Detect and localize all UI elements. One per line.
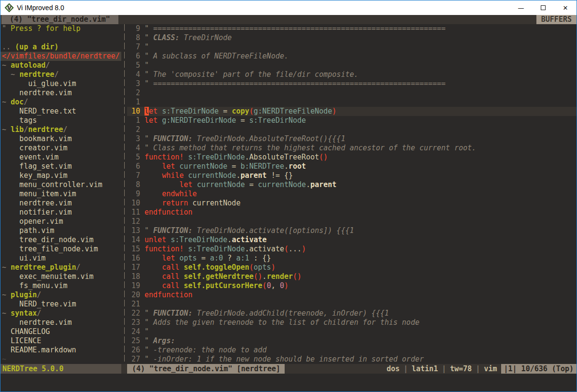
code-line[interactable]: 8" CLASS: TreeDirNode bbox=[127, 33, 577, 43]
tree-dir-nerdtree-plugin[interactable]: ~ nerdtree_plugin/ bbox=[2, 263, 121, 272]
tree-file[interactable]: nerdtree.vim bbox=[2, 199, 121, 208]
tree-file[interactable]: tree_file_node.vim bbox=[2, 245, 121, 254]
code-line[interactable]: 11endfunction bbox=[127, 208, 577, 217]
editor-panel[interactable]: 9" =====================================… bbox=[127, 24, 577, 364]
code-line[interactable]: 25" Args: bbox=[127, 336, 577, 346]
tree-empty-tilde[interactable]: ~ bbox=[2, 355, 121, 364]
code-line[interactable]: 17 call self.toggleOpen(opts) bbox=[127, 263, 577, 272]
code-line[interactable]: 2 bbox=[127, 125, 577, 134]
line-number: 18 bbox=[127, 272, 140, 281]
code-line[interactable]: 1let g:NERDTreeDirNode = s:TreeDirNode bbox=[127, 116, 577, 125]
window-title: Vi IMproved 8.0 bbox=[17, 4, 64, 12]
tree-file[interactable]: fs_menu.vim bbox=[2, 281, 121, 290]
command-line[interactable] bbox=[0, 374, 577, 392]
code-line[interactable]: 5function! s:TreeDirNode.AbsoluteTreeRoo… bbox=[127, 153, 577, 162]
code-line[interactable]: 9" =====================================… bbox=[127, 24, 577, 33]
line-number: 8 bbox=[127, 33, 140, 43]
code-line[interactable]: 7" bbox=[127, 43, 577, 52]
code-line[interactable]: 9 endwhile bbox=[127, 189, 577, 199]
code-line[interactable]: 13" FUNCTION: TreeDirNode.activate([opti… bbox=[127, 226, 577, 235]
tree-dir-autoload[interactable]: ~ autoload/ bbox=[2, 61, 121, 70]
code-line[interactable]: 5" bbox=[127, 61, 577, 70]
tree-blank-line[interactable] bbox=[2, 33, 121, 43]
code-line[interactable]: 7 while currentNode.parent != {} bbox=[127, 171, 577, 180]
tree-file[interactable]: ui_glue.vim bbox=[2, 79, 121, 88]
tree-file[interactable]: opener.vim bbox=[2, 217, 121, 226]
tree-file[interactable]: creator.vim bbox=[2, 144, 121, 153]
tree-dir-lib-nerdtree[interactable]: ~ lib/nerdtree/ bbox=[2, 125, 121, 134]
statusline-filename-segment: (4) "tree_dir_node.vim" [nerdtree] bbox=[127, 364, 285, 374]
tree-file[interactable]: nerdtree.vim bbox=[2, 88, 121, 98]
tree-dir-nerdtree[interactable]: ~ nerdtree/ bbox=[2, 70, 121, 79]
line-number: 4 bbox=[127, 144, 140, 153]
code-line[interactable]: 4" The 'composite' part of the file/dir … bbox=[127, 70, 577, 79]
tree-file[interactable]: bookmark.vim bbox=[2, 134, 121, 144]
code-line[interactable]: 27" -inOrder: 1 if the new node should b… bbox=[127, 355, 577, 364]
tree-file[interactable]: tree_dir_node.vim bbox=[2, 235, 121, 245]
tree-file[interactable]: README.markdown bbox=[2, 346, 121, 355]
code-line[interactable]: 3" FUNCTION: TreeDirNode.AbsoluteTreeRoo… bbox=[127, 134, 577, 144]
line-number: 10 bbox=[127, 199, 140, 208]
line-number: 4 bbox=[127, 70, 140, 79]
close-button[interactable]: ✕ bbox=[554, 0, 577, 15]
code-line[interactable]: 6 let currentNode = b:NERDTree.root bbox=[127, 162, 577, 171]
code-line[interactable]: 6" A subclass of NERDTreeFileNode. bbox=[127, 52, 577, 61]
tree-file[interactable]: exec_menuitem.vim bbox=[2, 272, 121, 281]
line-number: 17 bbox=[127, 263, 140, 272]
tree-file[interactable]: NERD_tree.txt bbox=[2, 107, 121, 116]
code-line[interactable]: 12 bbox=[127, 217, 577, 226]
code-line[interactable]: 8 let currentNode = currentNode.parent bbox=[127, 180, 577, 189]
code-line[interactable]: 3" =====================================… bbox=[127, 79, 577, 88]
vim-window: Vi IMproved 8.0 — ✕ (4) "tree_dir_node.v… bbox=[0, 0, 577, 392]
line-number: 7 bbox=[127, 171, 140, 180]
tree-file[interactable]: flag_set.vim bbox=[2, 162, 121, 171]
tree-dir-doc[interactable]: ~ doc/ bbox=[2, 98, 121, 107]
tree-file[interactable]: CHANGELOG bbox=[2, 327, 121, 336]
statusline-position-badge: |1| 10/636 (Top) bbox=[501, 364, 577, 374]
tree-file[interactable]: LICENCE bbox=[2, 336, 121, 346]
statusline-item: tw=78 bbox=[450, 364, 472, 373]
code-line[interactable]: 19 call self.putCursorHere(0, 0) bbox=[127, 281, 577, 290]
line-number: 9 bbox=[127, 189, 140, 199]
tree-file[interactable]: menu_item.vim bbox=[2, 189, 121, 199]
code-line[interactable]: 1 bbox=[127, 98, 577, 107]
code-line[interactable]: 14unlet s:TreeDirNode.activate bbox=[127, 235, 577, 245]
code-line[interactable]: 22" FUNCTION: TreeDirNode.addChild(treen… bbox=[127, 309, 577, 318]
tree-file[interactable]: notifier.vim bbox=[2, 208, 121, 217]
code-line[interactable]: 4" Class method that returns the highest… bbox=[127, 144, 577, 153]
tree-dir-plugin[interactable]: ~ plugin/ bbox=[2, 290, 121, 300]
code-line[interactable]: 20endfunction bbox=[127, 290, 577, 300]
window-split-separator[interactable] bbox=[121, 24, 127, 364]
tree-root[interactable]: </vimfiles/bundle/nerdtree/ bbox=[0, 52, 121, 61]
code-line[interactable]: 2 bbox=[127, 88, 577, 98]
tree-file[interactable]: key_map.vim bbox=[2, 171, 121, 180]
code-line[interactable]: 21 bbox=[127, 300, 577, 309]
code-line[interactable]: 26" -treenode: the node to add bbox=[127, 346, 577, 355]
text-cursor: l bbox=[144, 107, 149, 116]
code-line[interactable]: 24" bbox=[127, 327, 577, 336]
tree-item-up-a-dir[interactable]: .. (up a dir) bbox=[2, 43, 121, 52]
tree-file[interactable]: menu_controller.vim bbox=[2, 180, 121, 189]
statusline-fileinfo: dos|latin1|tw=78|vim bbox=[387, 364, 501, 374]
tree-file[interactable]: nerdtree.vim bbox=[2, 318, 121, 327]
line-number: 26 bbox=[127, 346, 140, 355]
main-content: " Press ? for help.. (up a dir)</vimfile… bbox=[0, 24, 577, 364]
code-line[interactable]: 15function! s:TreeDirNode.activate(...) bbox=[127, 245, 577, 254]
tree-dir-syntax[interactable]: ~ syntax/ bbox=[2, 309, 121, 318]
tree-file[interactable]: tags bbox=[2, 116, 121, 125]
code-line[interactable]: 18 call self.getNerdtree().render() bbox=[127, 272, 577, 281]
minimize-button[interactable]: — bbox=[510, 0, 532, 15]
code-line[interactable]: 23" Adds the given treenode to the list … bbox=[127, 318, 577, 327]
tab-active-buffer[interactable]: (4) "tree_dir_node.vim" bbox=[1, 15, 118, 24]
code-line[interactable]: 16 let opts = a:0 ? a:1 : {} bbox=[127, 254, 577, 263]
tree-file[interactable]: path.vim bbox=[2, 226, 121, 235]
tree-file[interactable]: NERD_tree.vim bbox=[2, 300, 121, 309]
tree-file[interactable]: ui.vim bbox=[2, 254, 121, 263]
maximize-button[interactable] bbox=[532, 0, 554, 15]
tree-file[interactable]: event.vim bbox=[2, 153, 121, 162]
code-line[interactable]: 10 return currentNode bbox=[127, 199, 577, 208]
code-line-current[interactable]: 10let s:TreeDirNode = copy(g:NERDTreeFil… bbox=[127, 107, 577, 116]
line-number: 23 bbox=[127, 318, 140, 327]
statusline-separator: | bbox=[438, 364, 450, 373]
tree-help-line[interactable]: " Press ? for help bbox=[2, 24, 121, 33]
